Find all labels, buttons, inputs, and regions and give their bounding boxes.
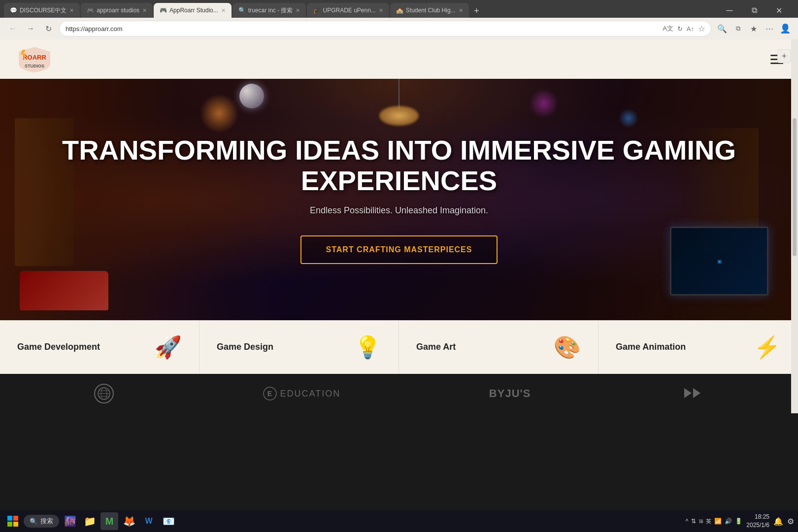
service-icon-art: 🎨	[554, 334, 581, 360]
battery-icon[interactable]: 🔋	[735, 518, 742, 525]
favorites-icon[interactable]: ★	[747, 22, 761, 35]
cta-button[interactable]: START CRAFTING MASTERPIECES	[300, 235, 498, 264]
tab-label-4: truecar inc - 搜索	[248, 6, 293, 15]
network-icon[interactable]: ⇅	[691, 518, 696, 525]
tab-close-3[interactable]: ✕	[221, 7, 226, 14]
profile-icon[interactable]: 👤	[778, 22, 792, 35]
service-name-animation: Game Animation	[616, 341, 686, 353]
mail-icon-m[interactable]: M	[100, 512, 118, 530]
tab-close-4[interactable]: ✕	[296, 7, 300, 14]
expand-button[interactable]: +	[777, 49, 791, 63]
chevron-up-icon[interactable]: ^	[686, 518, 689, 525]
notification-bell-icon[interactable]: 🔔	[773, 517, 783, 526]
toolbar-icons: 🔍 ⧉ ★ ⋯ 👤	[715, 22, 792, 35]
hanging-light	[379, 106, 419, 126]
byjus-label: BYJU'S	[489, 387, 531, 399]
partner-byjus: BYJU'S	[489, 387, 531, 400]
glow-light-2	[529, 89, 559, 118]
file-explorer-icon[interactable]: 📁	[81, 512, 99, 530]
task-view-button[interactable]: 🌆	[61, 512, 79, 530]
tab-favicon-3: 🎮	[160, 7, 166, 14]
tab-favicon-1: 💬	[10, 7, 17, 14]
svg-marker-10	[684, 388, 692, 398]
minimize-button[interactable]: ─	[718, 3, 741, 18]
services-bar: Game Development 🚀 Game Design 💡 Game Ar…	[0, 320, 798, 374]
taskbar-right: ^ ⇅ Iii 英 📶 🔊 🔋 18:25 2025/1/6 🔔 ⚙	[686, 513, 794, 530]
new-tab-button[interactable]: +	[470, 4, 484, 18]
tab-close-6[interactable]: ✕	[459, 7, 463, 14]
browser-icon[interactable]: 🦊	[120, 512, 138, 530]
tab-approarr2-active[interactable]: 🎮 AppRoarr Studio... ✕	[154, 3, 232, 18]
tab-favicon-4: 🔍	[238, 7, 245, 14]
tab-truecar[interactable]: 🔍 truecar inc - 搜索 ✕	[233, 3, 306, 18]
system-clock[interactable]: 18:25 2025/1/6	[746, 513, 769, 530]
hero-title: TRANSFORMING IDEAS INTO IMMERSIVE GAMING…	[40, 135, 758, 196]
translate-icon[interactable]: A文	[663, 24, 673, 33]
tab-close-5[interactable]: ✕	[379, 7, 383, 14]
tab-label-1: DISCOURSE中文	[20, 6, 66, 15]
reload-icon[interactable]: ↻	[677, 25, 683, 33]
tab-approarr1[interactable]: 🎮 approarr studios ✕	[81, 3, 153, 18]
partner4-logo-svg	[679, 386, 704, 400]
scrollbar[interactable]	[791, 39, 798, 413]
glow-light-3	[619, 108, 638, 128]
svg-text:STUDIOS: STUDIOS	[25, 64, 44, 68]
webpage: ROARR STUDIOS	[0, 39, 798, 413]
service-name-art: Game Art	[416, 341, 456, 353]
more-options-btn[interactable]: ⋯	[763, 22, 776, 35]
education-label: education	[280, 389, 341, 399]
taskbar-search[interactable]: 🔍 搜索	[24, 515, 59, 528]
hanging-wire	[399, 79, 399, 108]
service-item-development[interactable]: Game Development 🚀	[0, 321, 200, 374]
mail-icon-2[interactable]: 📧	[160, 512, 177, 530]
volume-icon[interactable]: 🔊	[725, 518, 732, 525]
browser-toolbar: ← → ↻ https://approarr.com A文 ↻ A↑ ☆ 🔍 ⧉…	[0, 18, 798, 39]
split-view-btn[interactable]: ⧉	[731, 22, 745, 35]
back-button[interactable]: ←	[6, 22, 20, 35]
tab-label-3: AppRoarr Studio...	[169, 7, 218, 14]
word-icon[interactable]: W	[140, 512, 158, 530]
education-logo-svg: e	[263, 386, 277, 401]
tab-label-5: UPGRADE uPenn...	[323, 7, 375, 14]
service-item-design[interactable]: Game Design 💡	[200, 321, 399, 374]
reader-icon[interactable]: A↑	[687, 25, 694, 33]
service-name-design: Game Design	[217, 341, 273, 353]
svg-rect-14	[7, 522, 12, 527]
tab-student[interactable]: 🏫 Student Club Hig... ✕	[390, 3, 469, 18]
svg-text:e: e	[267, 390, 272, 398]
search-icon-btn[interactable]: 🔍	[715, 22, 729, 35]
settings-gear-icon[interactable]: ⚙	[787, 517, 794, 526]
service-name-development: Game Development	[17, 341, 100, 353]
search-magnifier-icon: 🔍	[30, 518, 37, 525]
windows-logo-icon	[7, 515, 19, 527]
clock-time: 18:25	[746, 513, 769, 521]
service-icon-design: 💡	[354, 334, 381, 360]
tab-discourse[interactable]: 💬 DISCOURSE中文 ✕	[4, 3, 80, 18]
un-logo-svg	[97, 387, 111, 400]
svg-rect-12	[7, 516, 12, 521]
close-button[interactable]: ✕	[767, 3, 790, 18]
clock-date: 2025/1/6	[746, 521, 769, 530]
taskbar-left: 🔍 搜索 🌆 📁 M 🦊 W 📧	[4, 512, 177, 530]
refresh-button[interactable]: ↻	[41, 22, 55, 35]
wifi-icon[interactable]: 📶	[714, 518, 722, 525]
address-bar[interactable]: https://approarr.com A文 ↻ A↑ ☆	[59, 21, 711, 36]
forward-button[interactable]: →	[24, 22, 37, 35]
site-header: ROARR STUDIOS	[0, 39, 798, 79]
bookmark-icon[interactable]: ☆	[698, 24, 705, 33]
tab-upgrade[interactable]: 🎓 UPGRADE uPenn... ✕	[307, 3, 389, 18]
svg-text:ROARR: ROARR	[23, 54, 46, 61]
language-indicator[interactable]: 英	[706, 518, 711, 525]
service-item-art[interactable]: Game Art 🎨	[399, 321, 598, 374]
tab-close-1[interactable]: ✕	[69, 7, 74, 14]
input-indicator[interactable]: Iii	[699, 518, 703, 524]
restore-button[interactable]: ⧉	[743, 3, 765, 18]
service-item-animation[interactable]: Game Animation ⚡	[598, 321, 798, 374]
service-icon-development: 🚀	[155, 334, 182, 360]
tab-close-2[interactable]: ✕	[142, 7, 147, 14]
hero-section: ▣ TRANSFORMING IDEAS INTO IMMERSIVE GAMI…	[0, 79, 798, 320]
start-button[interactable]	[4, 512, 22, 530]
partner-un	[94, 384, 114, 403]
un-logo-circle	[94, 384, 114, 403]
system-tray: ^ ⇅ Iii 英 📶 🔊 🔋	[686, 518, 743, 525]
